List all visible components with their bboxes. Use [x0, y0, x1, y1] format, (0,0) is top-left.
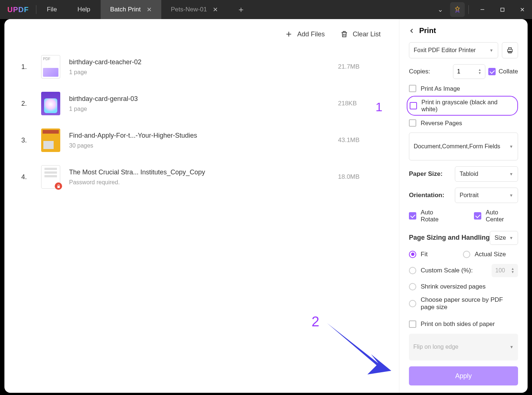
- file-thumbnail: [41, 92, 60, 115]
- file-thumbnail: [41, 128, 60, 152]
- orientation-select[interactable]: Portrait▼: [455, 188, 518, 203]
- tab-label: Pets-New-01: [171, 6, 207, 13]
- apply-button[interactable]: Apply: [409, 366, 518, 385]
- file-thumbnail: [41, 165, 60, 189]
- both-sides-checkbox[interactable]: Print on both sides of paper: [409, 320, 518, 328]
- stepper-icon[interactable]: ▲▼: [478, 68, 481, 75]
- file-subtext: Password required.: [69, 179, 329, 186]
- new-tab-button[interactable]: ＋: [227, 4, 255, 15]
- menu-help[interactable]: Help: [67, 6, 101, 13]
- annotation-marker: 2: [312, 314, 319, 330]
- close-tab-icon[interactable]: ✕: [213, 6, 218, 14]
- sizing-mode-select[interactable]: Size▼: [490, 231, 518, 245]
- close-tab-icon[interactable]: ✕: [147, 6, 152, 14]
- stepper-icon[interactable]: ▲▼: [511, 267, 514, 274]
- file-thumbnail: [41, 55, 60, 79]
- printer-select[interactable]: Foxit PDF Editor Printer▼: [409, 42, 498, 58]
- copies-label: Copies:: [409, 68, 430, 75]
- fit-radio[interactable]: Fit: [409, 251, 428, 258]
- back-icon[interactable]: [409, 28, 415, 34]
- print-grayscale-checkbox[interactable]: Print in grayscale (black and white): [407, 96, 518, 116]
- copies-input[interactable]: 1 ▲▼: [453, 64, 485, 79]
- paper-size-select[interactable]: Tabloid▼: [455, 166, 518, 182]
- page-sizing-title: Page Sizing and Handling: [409, 234, 490, 242]
- file-subtext: 1 page: [69, 106, 329, 112]
- file-name: The Most Crucial Stra... Institutes_Copy…: [69, 168, 329, 176]
- file-subtext: 30 pages: [69, 142, 329, 149]
- file-row[interactable]: 3. Find-and-Apply-For-t...-Your-Higher-S…: [21, 122, 382, 159]
- app-logo: UPDF: [0, 6, 36, 14]
- tab-batch-print[interactable]: Batch Print ✕: [101, 0, 161, 19]
- award-icon[interactable]: [450, 2, 465, 17]
- annotation-arrow-icon: [323, 319, 397, 383]
- actual-size-radio[interactable]: Actual Size: [463, 251, 506, 258]
- file-subtext: 1 page: [69, 69, 329, 76]
- minimize-button[interactable]: [472, 0, 492, 19]
- svg-rect-5: [508, 48, 511, 50]
- print-content-select[interactable]: Document,Comment,Form Fields▼: [409, 133, 518, 160]
- file-name: birthday-card-genral-03: [69, 95, 329, 103]
- file-row[interactable]: 4. The Most Crucial Stra... Institutes_C…: [21, 159, 382, 195]
- custom-scale-radio[interactable]: Custom Scale (%):: [409, 267, 473, 274]
- print-as-image-checkbox[interactable]: Print As Image: [409, 85, 518, 92]
- auto-rotate-checkbox[interactable]: Auto Rotate: [409, 209, 453, 223]
- custom-scale-input[interactable]: 100 ▲▼: [492, 264, 518, 277]
- file-index: 3.: [21, 137, 32, 144]
- paper-size-label: Paper Size:: [409, 170, 443, 178]
- add-files-button[interactable]: Add Files: [285, 30, 325, 38]
- file-name: Find-and-Apply-For-t...-Your-Higher-Stud…: [69, 132, 329, 139]
- maximize-button[interactable]: [492, 0, 512, 19]
- file-size: 21.7MB: [338, 63, 382, 70]
- file-index: 4.: [21, 173, 32, 181]
- printer-settings-button[interactable]: [502, 42, 518, 58]
- titlebar: UPDF File Help Batch Print ✕ Pets-New-01…: [0, 0, 532, 19]
- file-row[interactable]: 1. birthday-card-teacher-02 1 page 21.7M…: [21, 48, 382, 85]
- tab-label: Batch Print: [110, 6, 141, 13]
- svg-rect-1: [501, 8, 504, 11]
- orientation-label: Orientation:: [409, 192, 444, 199]
- menu-file[interactable]: File: [36, 6, 67, 13]
- file-index: 2.: [21, 100, 32, 108]
- flip-select: Flip on long edge▼: [409, 334, 518, 361]
- workspace: Add Files Clear List 1. birthday-card-te…: [4, 19, 528, 393]
- chevron-down-icon[interactable]: ⌄: [430, 0, 450, 19]
- clear-list-button[interactable]: Clear List: [340, 30, 381, 38]
- collate-checkbox[interactable]: [488, 68, 496, 75]
- print-panel: Print Foxit PDF Editor Printer▼ Copies: …: [399, 19, 528, 393]
- paper-source-radio[interactable]: Choose paper source by PDF page size: [409, 296, 518, 311]
- file-index: 1.: [21, 63, 32, 71]
- file-name: birthday-card-teacher-02: [69, 58, 329, 66]
- shrink-oversized-radio[interactable]: Shrink oversized pages: [409, 283, 518, 290]
- file-size: 43.1MB: [338, 137, 382, 144]
- auto-center-checkbox[interactable]: Auto Center: [474, 209, 518, 223]
- file-row[interactable]: 2. birthday-card-genral-03 1 page 218KB: [21, 85, 382, 122]
- panel-title: Print: [419, 26, 436, 35]
- close-window-button[interactable]: ✕: [512, 0, 532, 19]
- lock-icon: [55, 182, 62, 190]
- annotation-marker: 1: [375, 100, 382, 114]
- reverse-pages-checkbox[interactable]: Reverse Pages: [409, 119, 518, 127]
- tab-pets[interactable]: Pets-New-01 ✕: [161, 0, 227, 19]
- file-size: 18.0MB: [338, 173, 382, 181]
